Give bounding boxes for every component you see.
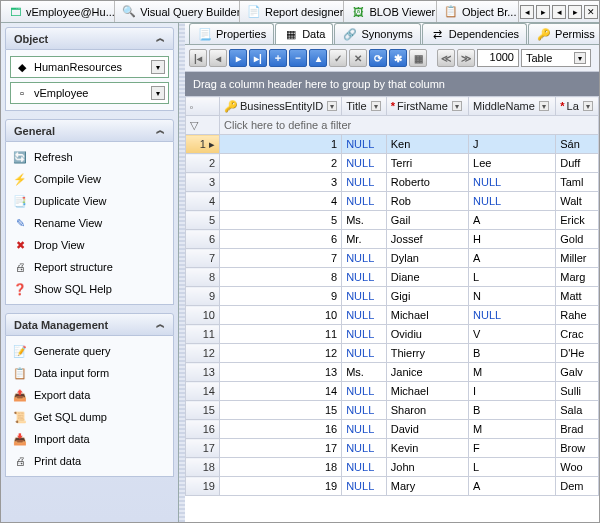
row-number[interactable]: 5 — [186, 211, 220, 230]
cell-title[interactable]: NULL — [342, 135, 387, 154]
cell-id[interactable]: 10 — [220, 306, 342, 325]
tab-scroll-button[interactable]: ✕ — [584, 5, 598, 19]
row-number[interactable]: 2 — [186, 154, 220, 173]
menu-item-show-sql-help[interactable]: ❓Show SQL Help — [10, 278, 169, 300]
menu-item-rename-view[interactable]: ✎Rename View — [10, 212, 169, 234]
cell-lastname[interactable]: Sala — [556, 401, 599, 420]
cell-middlename[interactable]: F — [469, 439, 556, 458]
cell-middlename[interactable]: L — [469, 268, 556, 287]
cell-title[interactable]: NULL — [342, 249, 387, 268]
table-row[interactable]: 3 3NULLRobertoNULLTaml — [186, 173, 599, 192]
cell-lastname[interactable]: Brad — [556, 420, 599, 439]
filter-button[interactable]: ▦ — [409, 49, 427, 67]
cell-id[interactable]: 11 — [220, 325, 342, 344]
table-row[interactable]: 11 11NULLOvidiuVCrac — [186, 325, 599, 344]
table-row[interactable]: 8 8NULLDianeLMarg — [186, 268, 599, 287]
cell-firstname[interactable]: Diane — [386, 268, 468, 287]
cell-lastname[interactable]: Taml — [556, 173, 599, 192]
cell-id[interactable]: 5 — [220, 211, 342, 230]
page-next-button[interactable]: ≫ — [457, 49, 475, 67]
row-number[interactable]: 8 — [186, 268, 220, 287]
row-number[interactable]: 9 — [186, 287, 220, 306]
cell-middlename[interactable]: NULL — [469, 173, 556, 192]
column-header-middlename[interactable]: MiddleName▾ — [469, 97, 556, 116]
cell-firstname[interactable]: Jossef — [386, 230, 468, 249]
view-tab-synonyms[interactable]: 🔗Synonyms — [334, 23, 420, 44]
window-tab[interactable]: 🔍Visual Query Builder — [115, 1, 240, 22]
row-number[interactable]: 10 — [186, 306, 220, 325]
table-row[interactable]: 13 13Ms.JaniceMGalv — [186, 363, 599, 382]
table-row[interactable]: 7 7NULLDylanAMiller — [186, 249, 599, 268]
cell-title[interactable]: NULL — [342, 173, 387, 192]
menu-item-drop-view[interactable]: ✖Drop View — [10, 234, 169, 256]
menu-item-data-input-form[interactable]: 📋Data input form — [10, 362, 169, 384]
delete-record-button[interactable]: － — [289, 49, 307, 67]
tab-scroll-button[interactable]: ▸ — [536, 5, 550, 19]
cell-lastname[interactable]: Marg — [556, 268, 599, 287]
menu-item-report-structure[interactable]: 🖨Report structure — [10, 256, 169, 278]
cell-firstname[interactable]: Michael — [386, 382, 468, 401]
cell-lastname[interactable]: Matt — [556, 287, 599, 306]
column-header-businessentityid[interactable]: 🔑BusinessEntityID▾ — [220, 97, 342, 116]
table-row[interactable]: 17 17NULLKevinFBrow — [186, 439, 599, 458]
cell-title[interactable]: NULL — [342, 439, 387, 458]
menu-item-duplicate-view[interactable]: 📑Duplicate View — [10, 190, 169, 212]
cell-title[interactable]: NULL — [342, 306, 387, 325]
cell-title[interactable]: NULL — [342, 420, 387, 439]
row-number[interactable]: 12 — [186, 344, 220, 363]
table-row[interactable]: 10 10NULLMichaelNULLRahe — [186, 306, 599, 325]
row-number[interactable]: 18 — [186, 458, 220, 477]
cell-lastname[interactable]: Gold — [556, 230, 599, 249]
table-row[interactable]: 15 15NULLSharonBSala — [186, 401, 599, 420]
window-tab[interactable]: 📄Report designer — [240, 1, 344, 22]
object-panel-header[interactable]: Object ︽ — [5, 27, 174, 50]
cell-title[interactable]: NULL — [342, 154, 387, 173]
menu-item-refresh[interactable]: 🔄Refresh — [10, 146, 169, 168]
column-header-firstname[interactable]: * FirstName▾ — [386, 97, 468, 116]
cell-title[interactable]: Ms. — [342, 363, 387, 382]
table-row[interactable]: 19 19NULLMaryADem — [186, 477, 599, 496]
table-row[interactable]: 2 2NULLTerriLeeDuff — [186, 154, 599, 173]
table-row[interactable]: 6 6Mr.JossefHGold — [186, 230, 599, 249]
table-row[interactable]: 1 ▸1NULLKenJSán — [186, 135, 599, 154]
table-row[interactable]: 12 12NULLThierryBD'He — [186, 344, 599, 363]
column-menu-icon[interactable]: ▾ — [583, 101, 593, 111]
cell-firstname[interactable]: Ken — [386, 135, 468, 154]
cell-title[interactable]: Ms. — [342, 211, 387, 230]
row-number[interactable]: 4 — [186, 192, 220, 211]
tab-scroll-button[interactable]: ◂ — [520, 5, 534, 19]
row-number[interactable]: 11 — [186, 325, 220, 344]
cell-middlename[interactable]: A — [469, 249, 556, 268]
tab-scroll-button[interactable]: ◂ — [552, 5, 566, 19]
group-by-bar[interactable]: Drag a column header here to group by th… — [185, 72, 599, 96]
data-mgmt-panel-header[interactable]: Data Management ︽ — [5, 313, 174, 336]
cell-lastname[interactable]: Woo — [556, 458, 599, 477]
row-number[interactable]: 7 — [186, 249, 220, 268]
cell-lastname[interactable]: Sulli — [556, 382, 599, 401]
window-tab[interactable]: 🖼BLOB Viewer — [344, 1, 437, 22]
cell-firstname[interactable]: John — [386, 458, 468, 477]
menu-item-export-data[interactable]: 📤Export data — [10, 384, 169, 406]
last-record-button[interactable]: ▸| — [249, 49, 267, 67]
cell-id[interactable]: 3 — [220, 173, 342, 192]
table-row[interactable]: 16 16NULLDavidMBrad — [186, 420, 599, 439]
cell-id[interactable]: 16 — [220, 420, 342, 439]
tab-scroll-button[interactable]: ▸ — [568, 5, 582, 19]
cell-middlename[interactable]: A — [469, 477, 556, 496]
data-grid-wrapper[interactable]: ▫🔑BusinessEntityID▾Title▾* FirstName▾Mid… — [185, 96, 599, 522]
cell-firstname[interactable]: Michael — [386, 306, 468, 325]
cell-id[interactable]: 9 — [220, 287, 342, 306]
cell-lastname[interactable]: Duff — [556, 154, 599, 173]
cell-lastname[interactable]: D'He — [556, 344, 599, 363]
cell-middlename[interactable]: H — [469, 230, 556, 249]
row-number[interactable]: 15 — [186, 401, 220, 420]
cell-lastname[interactable]: Sán — [556, 135, 599, 154]
cell-firstname[interactable]: Gail — [386, 211, 468, 230]
view-tab-dependencies[interactable]: ⇄Dependencies — [422, 23, 527, 44]
cell-id[interactable]: 13 — [220, 363, 342, 382]
column-menu-icon[interactable]: ▾ — [452, 101, 462, 111]
row-number[interactable]: 3 — [186, 173, 220, 192]
cell-title[interactable]: NULL — [342, 287, 387, 306]
cell-firstname[interactable]: Sharon — [386, 401, 468, 420]
menu-item-print-data[interactable]: 🖨Print data — [10, 450, 169, 472]
